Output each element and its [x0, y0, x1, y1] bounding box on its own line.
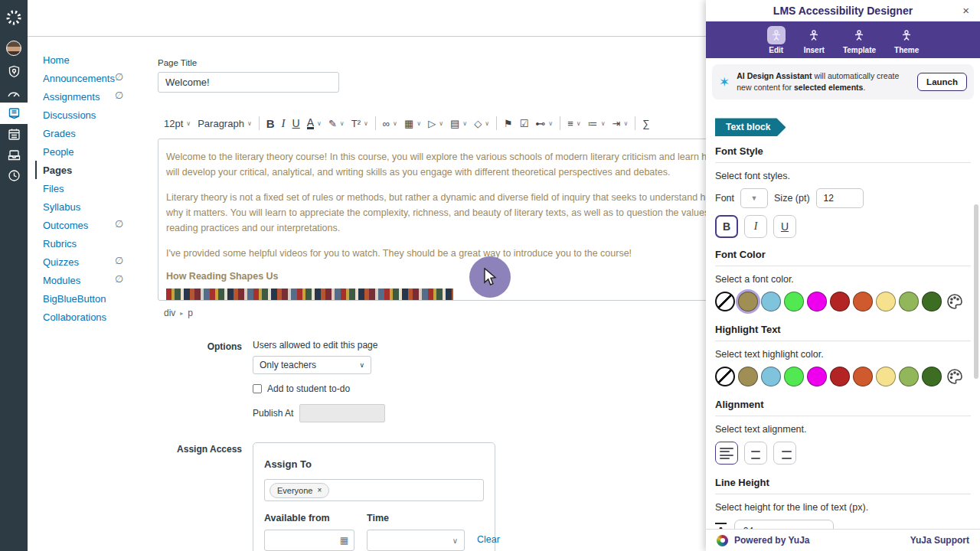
olive[interactable]	[738, 292, 758, 311]
bold-icon[interactable]: B∨	[266, 117, 275, 130]
course-nav-item[interactable]: Pages∅	[35, 161, 158, 179]
italic-icon[interactable]: I∨	[282, 117, 286, 130]
paragraph-style-dropdown[interactable]: Paragraph∨	[198, 118, 252, 129]
course-nav-item[interactable]: Syllabus∅	[38, 197, 158, 216]
custom-color-palette-icon[interactable]	[945, 292, 965, 311]
dashboard-gauge-icon[interactable]	[0, 82, 28, 103]
chevron-down-icon: ∨	[340, 120, 345, 127]
publish-at-input[interactable]	[299, 404, 385, 422]
close-icon[interactable]: ×	[962, 4, 969, 17]
course-nav-item[interactable]: Announcements∅	[38, 69, 158, 87]
todo-checkbox[interactable]	[253, 384, 262, 393]
course-nav-item[interactable]: Outcomes∅	[38, 216, 158, 234]
green[interactable]	[784, 367, 804, 386]
edit-permission-select[interactable]: Only teachers ∨	[253, 356, 371, 374]
magenta[interactable]	[807, 292, 827, 311]
ai-design-assistant-banner: ✶ AI Design Assistant will automatically…	[712, 64, 974, 99]
underline-icon[interactable]: U∨	[292, 117, 300, 129]
yellow-green[interactable]	[899, 367, 919, 386]
no-color[interactable]	[715, 292, 735, 311]
course-nav-label: Discussions	[43, 109, 96, 121]
font-color-heading: Font Color	[715, 249, 971, 266]
highlighter-icon[interactable]: ✎∨	[328, 118, 345, 129]
course-nav-item[interactable]: Discussions∅	[38, 106, 158, 124]
course-nav-item[interactable]: Rubrics∅	[38, 234, 158, 253]
line-height-heading: Line Height	[715, 477, 971, 494]
panel-tab[interactable]: Template	[843, 26, 876, 54]
media-icon[interactable]: ▷∨	[428, 118, 443, 129]
video-thumbnail[interactable]	[166, 289, 453, 301]
align-icon[interactable]: ≡∨	[567, 118, 580, 129]
dark-red[interactable]	[830, 367, 850, 386]
no-color[interactable]	[715, 367, 735, 386]
image-icon[interactable]: ▦∨	[404, 118, 421, 129]
olive[interactable]	[738, 367, 758, 386]
course-nav-item[interactable]: People∅	[38, 142, 158, 161]
page-title-input[interactable]	[158, 72, 339, 93]
course-nav-item[interactable]: Quizzes∅	[38, 253, 158, 271]
canvas-logo-icon[interactable]	[0, 0, 28, 35]
course-nav-item[interactable]: BigBlueButton∅	[38, 289, 158, 308]
course-nav-item[interactable]: Assignments∅	[38, 87, 158, 106]
course-nav-label: Quizzes	[43, 256, 79, 268]
lti-flag-icon[interactable]: ⚑∨	[504, 118, 513, 129]
green[interactable]	[784, 292, 804, 311]
yuja-support-link[interactable]: YuJa Support	[910, 535, 969, 546]
assign-to-input[interactable]: Everyone ×	[264, 479, 484, 501]
magenta[interactable]	[807, 367, 827, 386]
list-icon[interactable]: ≔∨	[588, 118, 606, 129]
indent-icon[interactable]: ⇥∨	[612, 118, 628, 129]
inbox-icon[interactable]	[0, 145, 28, 165]
history-clock-icon[interactable]	[0, 165, 28, 186]
light-yellow[interactable]	[876, 292, 896, 311]
panel-tab[interactable]: Insert	[804, 26, 825, 54]
panel-tab[interactable]: Edit	[767, 26, 786, 54]
superscript-icon[interactable]: T²∨	[351, 118, 368, 129]
course-nav-item[interactable]: Collaborations∅	[38, 308, 158, 326]
bold-button[interactable]: B	[715, 215, 738, 238]
italic-button[interactable]: I	[744, 215, 767, 238]
course-nav-item[interactable]: Grades∅	[38, 124, 158, 142]
highlight-swatches	[715, 367, 971, 386]
font-size-dropdown[interactable]: 12pt∨	[164, 118, 191, 129]
panel-scrollbar[interactable]	[974, 204, 978, 379]
orange[interactable]	[853, 367, 873, 386]
admin-shield-icon[interactable]	[0, 61, 28, 82]
dark-green[interactable]	[922, 367, 942, 386]
icon-maker-icon[interactable]: ◇∨	[474, 118, 489, 129]
available-from-date-input[interactable]: ▦	[264, 530, 354, 551]
font-family-select[interactable]: ▼	[740, 188, 768, 208]
apps-icon[interactable]: ⊷∨	[535, 118, 553, 129]
equation-icon[interactable]: ∑∨	[642, 118, 649, 129]
align-right-button[interactable]	[773, 442, 796, 465]
font-size-input[interactable]	[816, 188, 864, 208]
accessibility-checker-icon[interactable]: ☑∨	[520, 118, 529, 129]
orange[interactable]	[853, 292, 873, 311]
light-blue[interactable]	[761, 367, 781, 386]
light-yellow[interactable]	[876, 367, 896, 386]
element-path-p[interactable]: p	[188, 308, 193, 318]
courses-book-icon[interactable]	[0, 103, 28, 124]
course-nav-item[interactable]: Modules∅	[38, 271, 158, 289]
element-path-div[interactable]: div	[164, 308, 175, 318]
dark-green[interactable]	[922, 292, 942, 311]
course-nav-item[interactable]: Home∅	[38, 51, 158, 69]
link-icon[interactable]: ∞∨	[383, 118, 397, 129]
light-blue[interactable]	[761, 292, 781, 311]
custom-color-palette-icon[interactable]	[945, 367, 965, 386]
course-nav-item[interactable]: Files∅	[38, 179, 158, 197]
clear-link[interactable]: Clear	[477, 534, 500, 545]
yellow-green[interactable]	[899, 292, 919, 311]
dark-red[interactable]	[830, 292, 850, 311]
account-avatar[interactable]	[0, 35, 28, 61]
document-icon[interactable]: ▤∨	[450, 118, 467, 129]
remove-tag-icon[interactable]: ×	[317, 486, 322, 494]
align-center-button[interactable]	[744, 442, 767, 465]
launch-button[interactable]: Launch	[917, 73, 967, 91]
font-color-icon[interactable]: A∨	[307, 118, 322, 129]
time-select[interactable]: ∨	[367, 530, 465, 551]
align-left-button[interactable]	[715, 442, 738, 465]
panel-tab[interactable]: Theme	[894, 26, 919, 54]
calendar-icon[interactable]	[0, 124, 28, 145]
underline-button[interactable]: U	[773, 215, 796, 238]
